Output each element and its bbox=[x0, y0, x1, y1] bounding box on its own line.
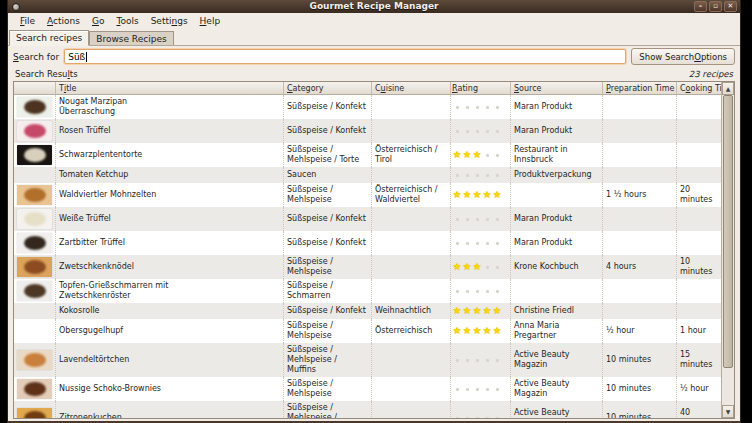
table-row[interactable]: Nussige Schoko-Brownies Süßspeise / Mehl… bbox=[14, 377, 721, 401]
recipe-cuisine bbox=[372, 119, 451, 143]
column-header-title[interactable]: Title bbox=[56, 82, 284, 95]
table-row[interactable]: Lavendeltörtchen Süßspeise / Mehlspeise … bbox=[14, 343, 721, 377]
star-empty-icon bbox=[462, 169, 472, 181]
recipe-title: Nougat Marzipan Überraschung bbox=[56, 95, 284, 119]
recipe-category: Süßspeise / Mehlspeise / Kuchen bbox=[284, 401, 372, 418]
menu-help[interactable]: Help bbox=[194, 15, 227, 27]
search-input[interactable]: Süß bbox=[64, 49, 626, 64]
recipe-category: Süßspeise / Schmarren bbox=[284, 279, 372, 303]
schmarren-photo bbox=[17, 281, 52, 301]
recipe-title: Waldviertler Mohnzelten bbox=[56, 183, 284, 207]
recipe-preparation-time bbox=[603, 231, 677, 255]
recipe-title: Zitronenkuchen bbox=[56, 401, 284, 418]
show-search-options-button[interactable]: Show Search Options bbox=[631, 48, 735, 65]
recipe-title: Obersgugelhupf bbox=[56, 319, 284, 343]
scrollbar-track[interactable] bbox=[722, 95, 734, 405]
menu-actions[interactable]: Actions bbox=[41, 15, 86, 27]
column-header-source[interactable]: Source bbox=[511, 82, 603, 95]
scroll-up-icon[interactable]: ▲ bbox=[722, 82, 734, 95]
brownie-photo bbox=[17, 379, 52, 399]
recipe-cooking-time: ½ hour bbox=[677, 377, 721, 401]
recipe-photo-cell bbox=[14, 231, 56, 255]
star-empty-icon bbox=[482, 261, 492, 273]
star-empty-icon bbox=[462, 101, 472, 113]
recipe-cooking-time bbox=[677, 303, 721, 319]
star-empty-icon bbox=[452, 237, 462, 249]
star-empty-icon bbox=[492, 261, 502, 273]
star-empty-icon bbox=[482, 237, 492, 249]
star-empty-icon bbox=[482, 383, 492, 395]
search-for-label: Search for bbox=[13, 52, 59, 62]
star-empty-icon bbox=[482, 169, 492, 181]
minimize-icon[interactable]: – bbox=[694, 1, 707, 12]
recipe-rating bbox=[451, 401, 511, 418]
menu-go[interactable]: Go bbox=[86, 15, 111, 27]
recipe-rating bbox=[451, 343, 511, 377]
star-empty-icon bbox=[472, 412, 482, 418]
star-empty-icon bbox=[452, 412, 462, 418]
table-row[interactable]: Nougat Marzipan Überraschung Süßspeise /… bbox=[14, 95, 721, 119]
star-empty-icon bbox=[462, 412, 472, 418]
table-row[interactable]: Kokosrolle Süßspeise / Konfekt Weihnacht… bbox=[14, 303, 721, 319]
recipe-cuisine bbox=[372, 207, 451, 231]
scroll-down-icon[interactable]: ▼ bbox=[722, 405, 734, 418]
recipe-photo-cell bbox=[14, 167, 56, 183]
star-empty-icon bbox=[472, 237, 482, 249]
recipe-photo-cell bbox=[14, 303, 56, 319]
recipe-category: Süßspeise / Konfekt bbox=[284, 95, 372, 119]
menu-file[interactable]: File bbox=[14, 15, 41, 27]
table-row[interactable]: Zwetschkenknödel Süßspeise / Mehlspeise … bbox=[14, 255, 721, 279]
recipe-title: Schwarzplententorte bbox=[56, 143, 284, 167]
star-empty-icon bbox=[482, 412, 492, 418]
recipe-photo-cell bbox=[14, 255, 56, 279]
white-truffle-photo bbox=[17, 209, 52, 229]
recipe-category: Süßspeise / Konfekt bbox=[284, 207, 372, 231]
star-empty-icon bbox=[452, 383, 462, 395]
nougat-truffle-photo bbox=[17, 97, 52, 117]
star-empty-icon bbox=[472, 101, 482, 113]
title-bar[interactable]: Gourmet Recipe Manager – ▫ ✕ bbox=[8, 0, 740, 13]
close-icon[interactable]: ✕ bbox=[724, 1, 737, 12]
recipe-photo-cell bbox=[14, 143, 56, 167]
table-row[interactable]: Tomaten Ketchup Saucen Produktverpackung bbox=[14, 167, 721, 183]
star-empty-icon bbox=[472, 169, 482, 181]
recipe-cooking-time bbox=[677, 95, 721, 119]
table-row[interactable]: Schwarzplententorte Süßspeise / Mehlspei… bbox=[14, 143, 721, 167]
recipe-category: Süßspeise / Mehlspeise bbox=[284, 255, 372, 279]
maximize-icon[interactable]: ▫ bbox=[709, 1, 722, 12]
recipe-category: Süßspeise / Konfekt bbox=[284, 119, 372, 143]
table-row[interactable]: Zartbitter Trüffel Süßspeise / Konfekt M… bbox=[14, 231, 721, 255]
table-row[interactable]: Rosen Trüffel Süßspeise / Konfekt Maran … bbox=[14, 119, 721, 143]
table-row[interactable]: Weiße Trüffel Süßspeise / Konfekt Maran … bbox=[14, 207, 721, 231]
recipe-cooking-time: 15 minutes bbox=[677, 343, 721, 377]
window-title: Gourmet Recipe Manager bbox=[8, 0, 740, 13]
recipe-source: Anna Maria Pregartner bbox=[511, 319, 603, 343]
recipe-rating bbox=[451, 231, 511, 255]
table-row[interactable]: Topfen-Grießschmarren mit Zwetschkenröst… bbox=[14, 279, 721, 303]
star-filled-icon: ★ bbox=[472, 189, 482, 201]
tab-browse-recipes[interactable]: Browse Recipes bbox=[89, 31, 173, 45]
scrollbar-thumb[interactable] bbox=[723, 95, 733, 368]
table-row[interactable]: Waldviertler Mohnzelten Süßspeise / Mehl… bbox=[14, 183, 721, 207]
tab-search-recipes[interactable]: Search recipes bbox=[9, 30, 89, 46]
star-empty-icon bbox=[462, 125, 472, 137]
menu-settings[interactable]: Settings bbox=[145, 15, 194, 27]
column-header-preparation-time[interactable]: Preparation Time bbox=[603, 82, 677, 95]
column-header-cuisine[interactable]: Cuisine bbox=[372, 82, 451, 95]
recipe-rating: ★★★★★ bbox=[451, 183, 511, 207]
column-header-category[interactable]: Category bbox=[284, 82, 372, 95]
recipe-photo-cell bbox=[14, 119, 56, 143]
star-empty-icon bbox=[452, 101, 462, 113]
recipe-cuisine bbox=[372, 255, 451, 279]
column-header-photo[interactable] bbox=[14, 82, 56, 95]
search-results-label: Search Results bbox=[15, 69, 78, 79]
recipe-title: Kokosrolle bbox=[56, 303, 284, 319]
table-row[interactable]: Obersgugelhupf Süßspeise / Mehlspeise Ös… bbox=[14, 319, 721, 343]
column-header-cooking-time[interactable]: Cooking Time bbox=[677, 82, 721, 95]
recipe-preparation-time: 1 ½ hours bbox=[603, 183, 677, 207]
recipe-cuisine bbox=[372, 95, 451, 119]
column-header-rating[interactable]: Rating bbox=[451, 82, 511, 95]
recipe-photo-cell bbox=[14, 401, 56, 418]
table-row[interactable]: Zitronenkuchen Süßspeise / Mehlspeise / … bbox=[14, 401, 721, 418]
menu-tools[interactable]: Tools bbox=[110, 15, 144, 27]
